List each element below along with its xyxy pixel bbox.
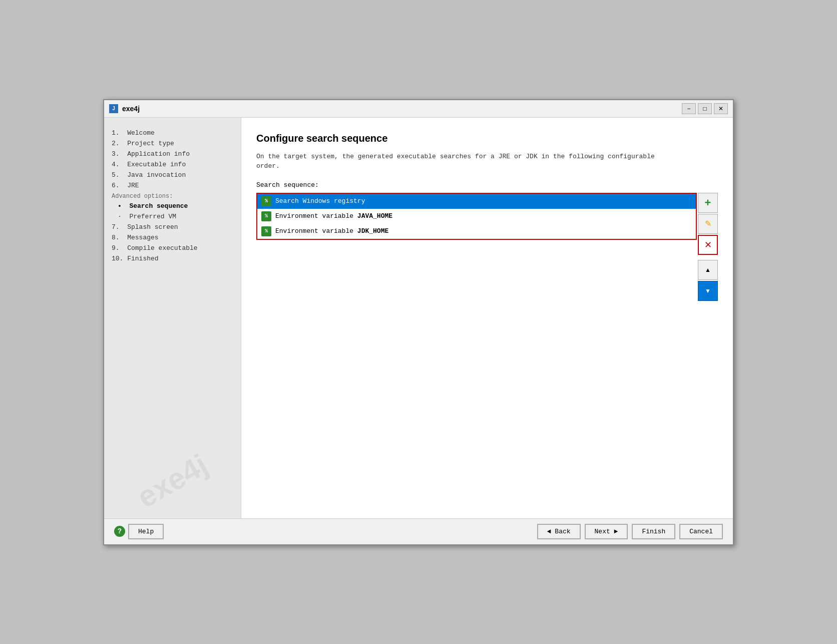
sidebar-item-jre[interactable]: 6. JRE: [112, 180, 233, 191]
next-button[interactable]: Next ►: [585, 524, 628, 539]
content-area: Configure search sequence On the target …: [241, 118, 733, 518]
delete-button[interactable]: ✕: [698, 235, 718, 255]
list-item-jdk-home-label: Environment variable JDK_HOME: [275, 227, 388, 235]
sidebar-item-executable-info[interactable]: 4. Executable info: [112, 159, 233, 170]
minimize-button[interactable]: −: [682, 103, 696, 114]
list-item-java-home[interactable]: % Environment variable JAVA_HOME: [257, 209, 696, 224]
title-bar-controls: − □ ✕: [682, 103, 728, 114]
sidebar-item-messages[interactable]: 8. Messages: [112, 232, 233, 243]
sidebar-item-search-sequence[interactable]: • Search sequence: [112, 201, 233, 211]
list-item-java-home-label: Environment variable JAVA_HOME: [275, 212, 392, 220]
finish-button[interactable]: Finish: [632, 524, 675, 539]
sidebar-item-preferred-vm[interactable]: · Preferred VM: [112, 211, 233, 222]
sequence-label: Search sequence:: [256, 181, 718, 189]
registry-icon: %: [261, 196, 271, 206]
maximize-button[interactable]: □: [698, 103, 712, 114]
jdk-home-icon: %: [261, 226, 271, 236]
page-title: Configure search sequence: [256, 133, 718, 144]
content-empty-area: [256, 301, 718, 503]
sidebar-item-compile-executable[interactable]: 9. Compile executable: [112, 243, 233, 253]
list-action-buttons: + ✎ ✕: [698, 193, 718, 255]
sidebar-item-project-type[interactable]: 2. Project type: [112, 138, 233, 149]
back-button[interactable]: ◄ Back: [537, 524, 581, 539]
main-window: J exe4j − □ ✕ 1. Welcome 2. Project type…: [103, 99, 734, 545]
list-item-registry-label: Search Windows registry: [275, 197, 365, 205]
sidebar-item-finished[interactable]: 10. Finished: [112, 253, 233, 264]
move-up-button[interactable]: ▲: [698, 260, 718, 280]
advanced-options-label: Advanced options:: [112, 191, 233, 201]
footer-bar: ? Help ◄ Back Next ► Finish Cancel: [104, 518, 733, 544]
close-button[interactable]: ✕: [714, 103, 728, 114]
move-down-button[interactable]: ▼: [698, 281, 718, 301]
sidebar-item-java-invocation[interactable]: 5. Java invocation: [112, 170, 233, 180]
page-description: On the target system, the generated exec…: [256, 152, 718, 171]
footer-right: ◄ Back Next ► Finish Cancel: [537, 524, 723, 539]
edit-button[interactable]: ✎: [698, 214, 718, 234]
title-bar: J exe4j − □ ✕: [104, 100, 733, 118]
title-bar-left: J exe4j: [109, 104, 140, 113]
list-item-jdk-home[interactable]: % Environment variable JDK_HOME: [257, 224, 696, 239]
sidebar-nav: 1. Welcome 2. Project type 3. Applicatio…: [112, 128, 233, 454]
search-sequence-list[interactable]: % Search Windows registry % Environment …: [256, 193, 697, 240]
java-home-icon: %: [261, 211, 271, 221]
app-icon: J: [109, 104, 118, 113]
sidebar-item-application-info[interactable]: 3. Application info: [112, 149, 233, 159]
list-item-registry[interactable]: % Search Windows registry: [257, 194, 696, 209]
sidebar-item-welcome[interactable]: 1. Welcome: [112, 128, 233, 138]
add-button[interactable]: +: [698, 193, 718, 213]
help-icon: ?: [114, 526, 125, 537]
main-layout: 1. Welcome 2. Project type 3. Applicatio…: [104, 118, 733, 518]
sidebar-item-splash-screen[interactable]: 7. Splash screen: [112, 222, 233, 232]
sidebar: 1. Welcome 2. Project type 3. Applicatio…: [104, 118, 241, 518]
cancel-button[interactable]: Cancel: [679, 524, 723, 539]
window-title: exe4j: [122, 105, 140, 113]
